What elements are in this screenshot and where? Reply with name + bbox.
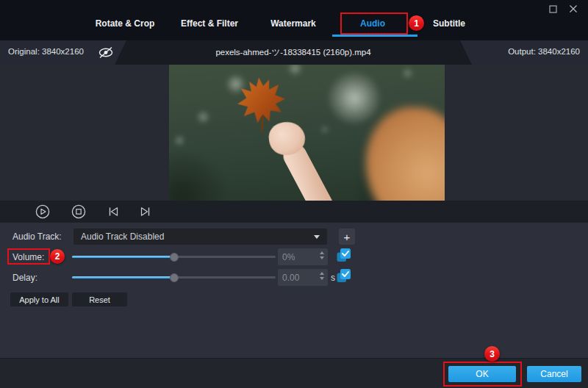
stacked-checkbox-icon xyxy=(336,248,351,263)
apply-to-all-button[interactable]: Apply to All xyxy=(10,292,68,306)
volume-label: Volume: xyxy=(12,252,44,262)
footer-bar: OK Cancel xyxy=(0,358,588,388)
video-preview xyxy=(169,65,445,201)
audio-track-label: Audio Track: xyxy=(12,231,62,242)
delay-unit-label: s xyxy=(331,273,335,283)
delay-slider[interactable] xyxy=(72,276,276,279)
annotation-badge-2: 2 xyxy=(50,249,65,264)
delay-value: 0.00 xyxy=(282,273,299,283)
original-resolution-label: Original: 3840x2160 xyxy=(8,47,84,56)
spin-down-icon[interactable] xyxy=(320,256,324,259)
stop-button[interactable] xyxy=(71,204,86,219)
active-tab-underline xyxy=(332,35,417,37)
close-icon xyxy=(569,4,578,13)
volume-apply-all-toggle[interactable] xyxy=(336,248,351,263)
spin-up-icon[interactable] xyxy=(320,272,324,275)
video-filename: pexels-ahmed-ツ-18338415 (2160p).mp4 xyxy=(215,47,370,58)
stacked-checkbox-icon xyxy=(336,268,351,284)
chevron-down-icon xyxy=(314,235,320,239)
titlebar: Rotate & Crop Effect & Filter Watermark … xyxy=(0,0,588,40)
cancel-button[interactable]: Cancel xyxy=(527,366,581,382)
audio-track-dropdown[interactable]: Audio Track Disabled xyxy=(74,229,327,245)
annotation-badge-1: 1 xyxy=(409,15,424,31)
volume-input[interactable]: 0% xyxy=(278,248,328,265)
delay-label: Delay: xyxy=(12,273,37,283)
maximize-icon xyxy=(549,5,557,13)
reset-button[interactable]: Reset xyxy=(72,292,127,306)
tab-rotate-crop[interactable]: Rotate & Crop xyxy=(96,18,155,29)
maximize-button[interactable] xyxy=(547,3,559,15)
filename-plate: pexels-ahmed-ツ-18338415 (2160p).mp4 xyxy=(115,40,472,65)
tab-audio[interactable]: Audio xyxy=(360,18,385,29)
info-bar: Original: 3840x2160 pexels-ahmed-ツ-18338… xyxy=(0,40,588,65)
delay-input[interactable]: 0.00 xyxy=(278,269,328,286)
audio-settings-panel: Audio Track: Audio Track Disabled + Volu… xyxy=(0,223,588,358)
tab-subtitle[interactable]: Subtitle xyxy=(433,18,465,29)
close-button[interactable] xyxy=(567,3,579,15)
spin-down-icon[interactable] xyxy=(320,277,324,280)
player-controls: 00:00:03.24/00:00:05.00 xyxy=(0,201,588,223)
tab-effect-filter[interactable]: Effect & Filter xyxy=(181,18,238,29)
previous-frame-icon xyxy=(107,205,120,218)
volume-stepper[interactable] xyxy=(320,251,324,259)
volume-value: 0% xyxy=(282,252,295,262)
delay-apply-all-toggle[interactable] xyxy=(336,268,351,284)
annotation-badge-3: 3 xyxy=(484,346,500,362)
output-resolution-label: Output: 3840x2160 xyxy=(508,47,580,56)
play-icon xyxy=(35,204,50,219)
volume-slider-handle[interactable] xyxy=(170,253,179,262)
next-frame-button[interactable] xyxy=(138,204,153,219)
video-converter-window: Rotate & Crop Effect & Filter Watermark … xyxy=(0,0,588,388)
tab-watermark[interactable]: Watermark xyxy=(270,18,316,29)
delay-slider-handle[interactable] xyxy=(170,273,179,282)
next-frame-icon xyxy=(139,205,152,218)
audio-track-selected-value: Audio Track Disabled xyxy=(81,231,164,242)
video-person-hair xyxy=(366,107,445,201)
volume-slider[interactable] xyxy=(72,256,276,258)
volume-slider-fill xyxy=(72,256,174,258)
delay-stepper[interactable] xyxy=(320,272,324,280)
add-audio-track-button[interactable]: + xyxy=(339,229,355,245)
preview-area xyxy=(0,65,588,201)
delay-slider-fill xyxy=(72,276,174,279)
stop-icon xyxy=(71,204,86,219)
play-button[interactable] xyxy=(35,204,50,219)
eye-slash-icon xyxy=(97,46,115,60)
preview-compare-toggle[interactable] xyxy=(97,46,115,60)
ok-button[interactable]: OK xyxy=(448,366,516,382)
maple-leaf xyxy=(234,74,290,135)
spin-up-icon[interactable] xyxy=(320,251,324,254)
previous-frame-button[interactable] xyxy=(106,204,121,219)
